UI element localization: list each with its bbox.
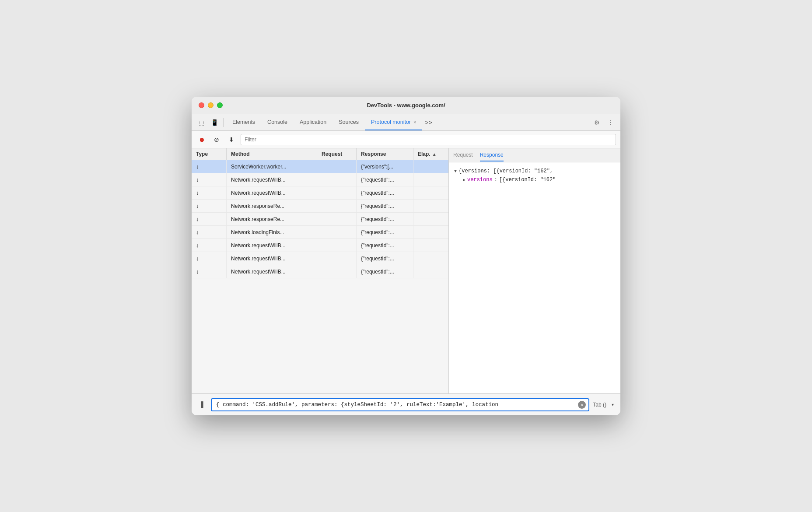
- record-icon: ⏺: [199, 136, 205, 143]
- minimize-button[interactable]: [208, 102, 214, 108]
- filter-input[interactable]: [241, 134, 616, 145]
- cell-type: ↓: [192, 213, 227, 225]
- cell-request: [317, 186, 357, 199]
- tab-protocol-monitor[interactable]: Protocol monitor ×: [365, 114, 422, 130]
- cell-type: ↓: [192, 252, 227, 265]
- cell-elapsed: [413, 160, 448, 173]
- json-key: versions: [467, 175, 493, 184]
- tab-sources[interactable]: Sources: [332, 114, 365, 130]
- command-clear-button[interactable]: ×: [578, 401, 586, 409]
- device-toolbar-button[interactable]: 📱: [208, 116, 220, 129]
- json-line-2: versions : [{versionId: "162": [454, 175, 615, 184]
- main-content: Type Method Request Response Elap. ▲: [192, 148, 620, 393]
- cell-request: [317, 265, 357, 278]
- col-response: Response: [357, 148, 413, 160]
- maximize-button[interactable]: [217, 102, 223, 108]
- cell-type: ↓: [192, 186, 227, 199]
- tab-navigation: Elements Console Application Sources Pro…: [226, 114, 590, 130]
- clear-button[interactable]: ⊘: [211, 134, 222, 145]
- cell-request: [317, 239, 357, 252]
- bottom-right-area: Tab () ▾: [593, 400, 617, 409]
- tab-dropdown-button[interactable]: ▾: [608, 400, 617, 409]
- cell-type: ↓: [192, 265, 227, 278]
- col-request: Request: [317, 148, 357, 160]
- cell-elapsed: [413, 252, 448, 265]
- col-method: Method: [227, 148, 317, 160]
- table-row[interactable]: ↓ Network.requestWillB... {"requestId":.…: [192, 186, 448, 200]
- cell-request: [317, 213, 357, 225]
- col-type: Type: [192, 148, 227, 160]
- cell-response: {"requestId":...: [357, 226, 413, 238]
- table-header: Type Method Request Response Elap. ▲: [192, 148, 448, 160]
- close-button[interactable]: [199, 102, 204, 108]
- tab-close-button[interactable]: ×: [413, 119, 416, 125]
- right-panel-tabs: Request Response: [449, 148, 620, 162]
- window-title: DevTools - www.google.com/: [367, 102, 445, 109]
- cell-request: [317, 200, 357, 212]
- tab-response[interactable]: Response: [480, 149, 504, 161]
- inspector-icon: ⬚: [199, 119, 204, 126]
- settings-button[interactable]: ⚙: [591, 116, 603, 129]
- col-elapsed[interactable]: Elap. ▲: [413, 148, 448, 160]
- cell-method: Network.requestWillB...: [227, 186, 317, 199]
- cell-type: ↓: [192, 200, 227, 212]
- table-row[interactable]: ↓ Network.requestWillB... {"requestId":.…: [192, 173, 448, 186]
- bottom-bar: ▐ × Tab () ▾: [192, 393, 620, 415]
- command-input-wrapper: ×: [211, 398, 589, 411]
- json-value: [{versionId: "162": [499, 175, 556, 184]
- table-row[interactable]: ↓ ServiceWorker.worker... {"versions":[.…: [192, 160, 448, 173]
- expand-arrow-2-icon[interactable]: [463, 176, 466, 184]
- table-row[interactable]: ↓ Network.requestWillB... {"requestId":.…: [192, 265, 448, 278]
- download-button[interactable]: ⬇: [226, 134, 237, 145]
- dropdown-icon: ▾: [612, 402, 614, 407]
- more-tabs-button[interactable]: >>: [422, 116, 434, 129]
- table-row[interactable]: ↓ Network.responseRe... {"requestId":...: [192, 213, 448, 226]
- cell-elapsed: [413, 186, 448, 199]
- toolbar-separator: [223, 118, 224, 127]
- cell-response: {"requestId":...: [357, 252, 413, 265]
- command-clear-icon: ×: [581, 402, 583, 407]
- cell-elapsed: [413, 200, 448, 212]
- bottom-toggle-icon: ▐: [199, 401, 203, 408]
- cell-method: Network.requestWillB...: [227, 173, 317, 186]
- table-row[interactable]: ↓ Network.responseRe... {"requestId":...: [192, 200, 448, 213]
- type-arrow-icon: ↓: [196, 163, 199, 170]
- cell-method: Network.requestWillB...: [227, 265, 317, 278]
- json-separator: :: [494, 175, 497, 184]
- cell-method: Network.loadingFinis...: [227, 226, 317, 238]
- table-row[interactable]: ↓ Network.requestWillB... {"requestId":.…: [192, 252, 448, 265]
- tab-elements[interactable]: Elements: [226, 114, 261, 130]
- cell-elapsed: [413, 213, 448, 225]
- tab-console[interactable]: Console: [261, 114, 294, 130]
- record-button[interactable]: ⏺: [196, 134, 207, 145]
- table-row[interactable]: ↓ Network.loadingFinis... {"requestId":.…: [192, 226, 448, 239]
- more-options-icon: ⋮: [608, 119, 614, 126]
- sort-arrow-icon: ▲: [432, 152, 437, 157]
- cell-response: {"requestId":...: [357, 186, 413, 199]
- expand-arrow-icon[interactable]: [454, 168, 457, 175]
- download-icon: ⬇: [229, 136, 234, 143]
- tab-application[interactable]: Application: [294, 114, 332, 130]
- table-row[interactable]: ↓ Network.requestWillB... {"requestId":.…: [192, 239, 448, 252]
- cell-request: [317, 173, 357, 186]
- toolbar-right: ⚙ ⋮: [591, 116, 617, 129]
- inspector-icon-button[interactable]: ⬚: [195, 116, 207, 129]
- cell-response: {"requestId":...: [357, 200, 413, 212]
- tab-request[interactable]: Request: [453, 149, 473, 161]
- device-icon: 📱: [211, 119, 218, 126]
- traffic-lights: [199, 102, 223, 108]
- cell-method: Network.responseRe...: [227, 213, 317, 225]
- cell-type: ↓: [192, 226, 227, 238]
- cell-type: ↓: [192, 239, 227, 252]
- cell-method: ServiceWorker.worker...: [227, 160, 317, 173]
- cell-response: {"versions":[...: [357, 160, 413, 173]
- bottom-toggle-button[interactable]: ▐: [195, 399, 207, 411]
- right-panel-content: {versions: [{versionId: "162", versions …: [449, 162, 620, 393]
- cell-request: [317, 252, 357, 265]
- command-input[interactable]: [212, 399, 588, 410]
- cell-request: [317, 160, 357, 173]
- title-bar: DevTools - www.google.com/: [192, 97, 620, 114]
- cell-type: ↓: [192, 160, 227, 173]
- more-options-button[interactable]: ⋮: [605, 116, 617, 129]
- cell-request: [317, 226, 357, 238]
